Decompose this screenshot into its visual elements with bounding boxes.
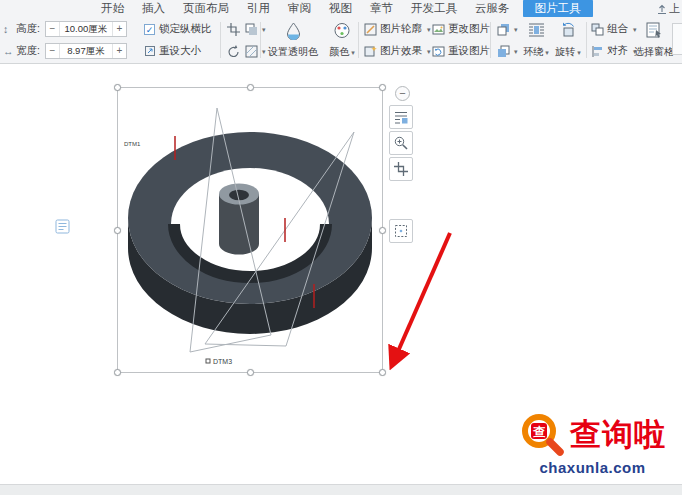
ribbon-right-cut-button[interactable] (672, 23, 682, 55)
bring-forward-icon (495, 21, 512, 38)
selection-pane-button[interactable]: 选择窗格 (632, 19, 676, 61)
texture-button[interactable]: ▾ (243, 42, 266, 60)
layout-options-button[interactable] (389, 105, 413, 129)
zoom-button[interactable] (389, 131, 413, 155)
chaxunla-logo-icon: 查 (519, 411, 565, 457)
height-stepper[interactable]: − 10.00厘米 + (45, 21, 127, 37)
width-icon: ↔ (3, 42, 14, 60)
rotate-small-icon (225, 43, 242, 60)
texture-icon (243, 43, 260, 60)
tab-home[interactable]: 开始 (92, 1, 133, 16)
color-label: 颜色▾ (329, 45, 355, 59)
wrap-icon (528, 22, 545, 38)
tab-references[interactable]: 引用 (238, 1, 279, 16)
wrap-button[interactable]: 环绕▾ (520, 19, 552, 61)
tab-insert[interactable]: 插入 (133, 1, 174, 16)
document-canvas[interactable]: DTM1 DTM3 − (0, 65, 682, 484)
reset-picture-label: 重设图片 (448, 44, 490, 58)
change-picture-button[interactable]: 更改图片 (432, 20, 490, 38)
rotate-small-button[interactable] (225, 42, 242, 60)
shadow-icon (243, 21, 260, 38)
tab-cloud[interactable]: 云服务 (466, 1, 519, 16)
resize-handle-top-center[interactable] (247, 84, 254, 91)
zoom-plus-icon (394, 136, 408, 150)
ribbon-separator (260, 22, 261, 58)
selected-image[interactable]: DTM1 DTM3 (117, 87, 383, 373)
height-value[interactable]: 10.00厘米 (60, 22, 112, 36)
picture-effects-button[interactable]: 图片效果 ▾ (364, 42, 431, 60)
set-transparent-color-button[interactable]: 设置透明色 (264, 19, 322, 61)
reset-size-label: 重设大小 (159, 44, 201, 58)
brand-domain: chaxunla.com (519, 459, 666, 476)
horizontal-scrollbar[interactable] (0, 484, 682, 495)
resize-handle-middle-right[interactable] (379, 227, 386, 234)
dropdown-caret-icon: ▾ (427, 26, 431, 33)
tab-page-layout[interactable]: 页面布局 (174, 1, 238, 16)
reset-size-button[interactable]: 重设大小 (144, 42, 201, 60)
tab-view[interactable]: 视图 (320, 1, 361, 16)
height-increase-button[interactable]: + (112, 22, 126, 36)
dropdown-caret-icon: ▾ (545, 49, 549, 56)
resize-handle-bottom-right[interactable] (379, 369, 386, 376)
checkbox-check-icon: ✓ (144, 24, 155, 35)
crop-button[interactable] (225, 20, 242, 38)
rotate-label: 旋转▾ (555, 45, 581, 59)
crop-icon (225, 21, 242, 38)
crop-tool-button[interactable] (389, 157, 413, 181)
rotate-icon (560, 22, 577, 38)
resize-handle-top-left[interactable] (114, 84, 121, 91)
picture-outline-button[interactable]: 图片轮廓 ▾ (364, 20, 431, 38)
width-increase-button[interactable]: + (112, 44, 126, 58)
align-icon (591, 45, 604, 58)
dashed-frame-icon (394, 224, 408, 238)
tab-picture-tools[interactable]: 图片工具 (523, 0, 593, 18)
resize-handle-bottom-left[interactable] (114, 369, 121, 376)
effects-tool-button[interactable] (389, 219, 413, 243)
right-cut-label: 上 (669, 1, 680, 16)
brand-text: 查询啦 (570, 419, 666, 450)
width-decrease-button[interactable]: − (46, 44, 60, 58)
dropdown-caret-icon: ▾ (351, 49, 355, 56)
width-stepper[interactable]: − 8.97厘米 + (45, 43, 127, 59)
send-backward-button[interactable]: ▾ (495, 42, 518, 60)
collapse-toolbar-button[interactable]: − (395, 86, 410, 101)
align-label: 对齐 (607, 44, 628, 58)
color-button[interactable]: 颜色▾ (324, 19, 360, 61)
lock-aspect-checkbox[interactable]: ✓ 锁定纵横比 (144, 20, 212, 38)
shadow-button[interactable]: ▾ (243, 20, 266, 38)
tab-review[interactable]: 审阅 (279, 1, 320, 16)
group-button[interactable]: 组合 ▾ (591, 20, 637, 38)
group-icon (591, 23, 604, 36)
picture-effects-label: 图片效果 (380, 44, 422, 58)
resize-handle-top-right[interactable] (379, 84, 386, 91)
height-label: 高度: (16, 22, 40, 36)
resize-handle-bottom-center[interactable] (247, 369, 254, 376)
dropdown-caret-icon: ▾ (514, 48, 518, 55)
dropdown-caret-icon: ▾ (577, 49, 581, 56)
tab-section[interactable]: 章节 (361, 1, 402, 16)
dropdown-caret-icon: ▾ (514, 26, 518, 33)
align-button[interactable]: 对齐 ▾ (591, 42, 637, 60)
watermark: 查 查询啦 chaxunla.com (519, 411, 666, 476)
height-icon: ↕ (3, 20, 8, 38)
selection-pane-icon (646, 22, 663, 38)
layout-options-icon (394, 110, 408, 124)
wrap-label: 环绕▾ (523, 45, 549, 59)
width-field: 宽度: − 8.97厘米 + (16, 42, 127, 60)
reset-picture-button[interactable]: 重设图片 (432, 42, 490, 60)
height-decrease-button[interactable]: − (46, 22, 60, 36)
crop-icon (394, 162, 408, 176)
tab-bar-right-cut[interactable]: 上 (657, 1, 680, 16)
up-arrow-icon (657, 4, 667, 14)
tab-developer[interactable]: 开发工具 (402, 1, 466, 16)
ribbon: ↕ ↔ 高度: − 10.00厘米 + 宽度: − 8.97厘米 + ✓ 锁定纵… (0, 17, 682, 64)
width-value[interactable]: 8.97厘米 (60, 44, 112, 58)
anchor-icon[interactable] (55, 219, 71, 234)
change-picture-icon (432, 23, 445, 36)
ribbon-separator (490, 22, 491, 58)
rotate-button[interactable]: 旋转▾ (552, 19, 584, 61)
datum-label-1: DTM1 (124, 141, 141, 147)
bring-forward-button[interactable]: ▾ (495, 20, 518, 38)
resize-handle-middle-left[interactable] (114, 227, 121, 234)
picture-outline-label: 图片轮廓 (380, 22, 422, 36)
